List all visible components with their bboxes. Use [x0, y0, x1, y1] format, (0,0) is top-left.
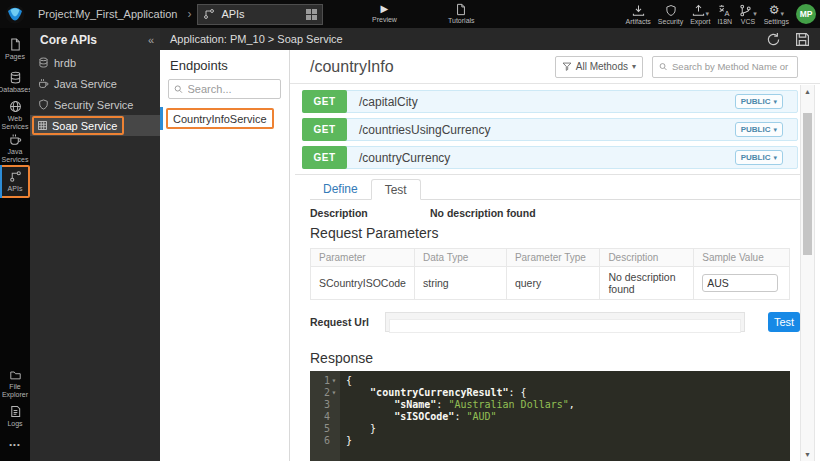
- wavemaker-logo[interactable]: [0, 0, 30, 28]
- sidebar-item-web-services[interactable]: Web Services: [0, 99, 30, 132]
- request-url-input[interactable]: [389, 319, 741, 333]
- grid-icon[interactable]: [306, 9, 317, 20]
- response-code-editor[interactable]: 1▾ 2▾ 3 4 5 6 { "countryCurrencyResult":…: [310, 371, 790, 461]
- topbar: Project:My_First_Application › APIs ▶ Pr…: [0, 0, 820, 28]
- search-icon: [659, 62, 668, 72]
- svg-text:A: A: [725, 9, 730, 17]
- artifacts-button[interactable]: Artifacts: [626, 4, 651, 25]
- tutorials-doc-icon: [455, 3, 467, 16]
- chevron-down-icon: ▾: [706, 10, 710, 17]
- sidebar-item-apis[interactable]: APIs: [0, 165, 30, 198]
- method-search[interactable]: [652, 56, 798, 78]
- log-file-icon: [9, 405, 22, 418]
- core-apis-panel: Core APIs « hrdb Java Service Security S…: [30, 28, 160, 461]
- sidebar-item-file-explorer[interactable]: File Explorer: [0, 367, 30, 400]
- tab-define[interactable]: Define: [310, 179, 371, 199]
- page-icon: [9, 38, 22, 51]
- request-url-label: Request Url: [310, 316, 385, 328]
- scroll-down-arrow[interactable]: ▼: [801, 448, 814, 461]
- endpoints-search-input[interactable]: [188, 83, 275, 95]
- sidebar-item-java-services[interactable]: Java Services: [0, 132, 30, 165]
- endpoint-row[interactable]: GET /capitalCity PUBLIC ▾: [302, 90, 798, 113]
- fold-icon[interactable]: ▾: [330, 375, 338, 387]
- shield-icon: [38, 99, 49, 110]
- search-icon: [174, 84, 184, 95]
- left-rail: Pages Databases Web Services Java Servic…: [0, 28, 30, 461]
- export-button[interactable]: ▾ Export: [690, 4, 710, 25]
- i18n-button[interactable]: A I18N: [717, 4, 732, 25]
- endpoint-path: /countriesUsingCurrency: [359, 123, 490, 137]
- folder-icon: [9, 369, 22, 381]
- endpoint-service-item[interactable]: CountryInfoService: [160, 108, 289, 129]
- description-value: No description found: [430, 207, 536, 219]
- editor-code: { "countryCurrencyResult": { "sName": "A…: [340, 371, 790, 461]
- column-header: Data Type: [414, 249, 506, 267]
- method-search-input[interactable]: [672, 61, 791, 72]
- access-dropdown[interactable]: PUBLIC ▾: [735, 150, 783, 165]
- refresh-icon[interactable]: [766, 32, 781, 47]
- apis-tab-label: APIs: [221, 8, 300, 20]
- test-button[interactable]: Test: [768, 312, 800, 332]
- settings-button[interactable]: ⚙ ▾ Settings: [764, 4, 789, 25]
- apis-tab[interactable]: APIs: [197, 4, 323, 25]
- chevron-down-icon: ▾: [773, 126, 777, 134]
- endpoint-path: /countryCurrency: [359, 151, 450, 165]
- table-row: SCountryISOCode string query No descript…: [311, 267, 790, 300]
- scrollbar-thumb[interactable]: [803, 113, 812, 255]
- request-url-row: Request Url Test: [310, 312, 800, 332]
- sidebar-item-databases[interactable]: Databases: [0, 66, 30, 99]
- upload-icon: [692, 4, 705, 17]
- tutorials-button[interactable]: Tutorials: [448, 3, 475, 24]
- endpoints-title: Endpoints: [160, 50, 289, 77]
- vertical-scrollbar[interactable]: ▲ ▼: [800, 85, 815, 461]
- project-name[interactable]: Project:My_First_Application: [38, 8, 177, 20]
- soap-service-icon: [37, 120, 48, 131]
- endpoints-search[interactable]: [168, 79, 281, 99]
- coffee-icon: [38, 78, 49, 89]
- core-apis-title: Core APIs: [40, 33, 148, 47]
- data-type-cell: string: [414, 267, 506, 300]
- endpoint-list: GET /capitalCity PUBLIC ▾ GET /countries…: [290, 84, 820, 169]
- core-api-item-security-service[interactable]: Security Service: [30, 94, 160, 115]
- chevron-down-icon: ▾: [773, 154, 777, 162]
- tab-test[interactable]: Test: [371, 179, 421, 200]
- chevron-right-icon: ›: [187, 7, 191, 21]
- core-api-item-hrdb[interactable]: hrdb: [30, 52, 160, 73]
- column-header: Sample Value: [694, 249, 790, 267]
- chevron-down-icon: ▾: [753, 10, 757, 17]
- more-options-button[interactable]: •••: [0, 433, 30, 455]
- description-label: Description: [310, 207, 430, 219]
- gear-icon: ⚙: [769, 4, 780, 17]
- sidebar-item-pages[interactable]: Pages: [0, 33, 30, 66]
- endpoints-panel: Endpoints CountryInfoService: [160, 50, 290, 461]
- service-title: /countryInfo: [310, 58, 546, 76]
- globe-icon: [9, 100, 22, 113]
- translate-icon: A: [718, 4, 731, 17]
- methods-filter-dropdown[interactable]: All Methods ▾: [555, 56, 643, 78]
- fold-icon[interactable]: ▾: [330, 387, 338, 399]
- access-dropdown[interactable]: PUBLIC ▾: [735, 122, 783, 137]
- save-icon[interactable]: [795, 32, 810, 47]
- preview-button[interactable]: ▶ Preview: [372, 3, 397, 23]
- request-url-field: [385, 312, 745, 332]
- core-api-item-soap-service[interactable]: Soap Service: [30, 115, 160, 136]
- endpoint-row[interactable]: GET /countryCurrency PUBLIC ▾: [302, 146, 798, 169]
- access-dropdown[interactable]: PUBLIC ▾: [735, 94, 783, 109]
- rail-bottom-group: File Explorer Logs •••: [0, 367, 30, 461]
- api-node-icon: [9, 170, 22, 183]
- sample-value-input[interactable]: [702, 274, 778, 292]
- service-header: /countryInfo All Methods ▾: [290, 50, 820, 84]
- main-content: /countryInfo All Methods ▾ GET /capitalC…: [290, 50, 820, 461]
- chevron-down-icon: ▾: [780, 10, 784, 17]
- user-avatar[interactable]: MP: [796, 4, 816, 24]
- ellipsis-icon: •••: [9, 440, 20, 449]
- sidebar-item-logs[interactable]: Logs: [0, 400, 30, 433]
- security-button[interactable]: Security: [658, 4, 683, 25]
- endpoint-row[interactable]: GET /countriesUsingCurrency PUBLIC ▾: [302, 118, 798, 141]
- scroll-up-arrow[interactable]: ▲: [801, 85, 814, 98]
- branch-icon: [739, 4, 752, 17]
- vcs-button[interactable]: ▾ VCS: [739, 4, 757, 25]
- method-badge: GET: [302, 146, 347, 169]
- collapse-panel-icon[interactable]: «: [148, 34, 154, 46]
- core-api-item-java-service[interactable]: Java Service: [30, 73, 160, 94]
